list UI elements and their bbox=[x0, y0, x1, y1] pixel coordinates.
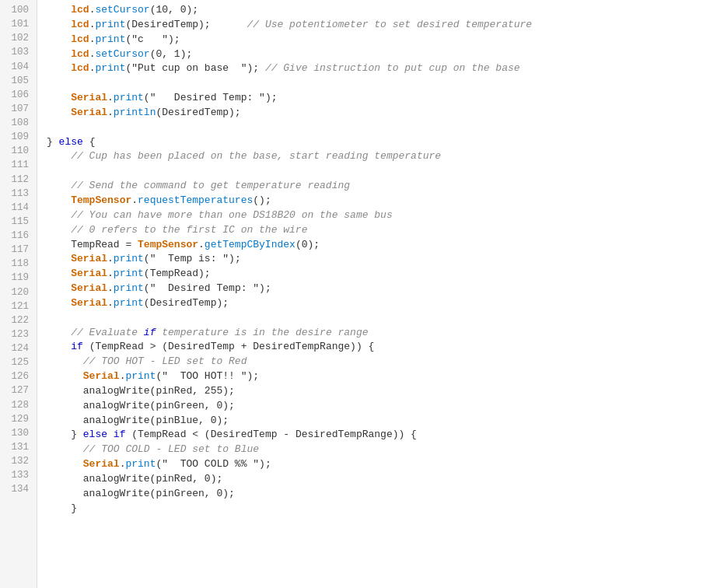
code-line: lcd.print(DesiredTemp); // Use potentiom… bbox=[47, 18, 710, 33]
line-number: 104 bbox=[0, 60, 37, 74]
code-line: analogWrite(pinBlue, 0); bbox=[47, 414, 710, 429]
code-line: // You can have more than one DS18B20 on… bbox=[47, 208, 710, 223]
line-number-gutter: 1001011021031041051061071081091101111121… bbox=[0, 0, 37, 588]
code-line: } else if (TempRead < (DesiredTemp - Des… bbox=[47, 428, 710, 443]
line-number: 110 bbox=[0, 144, 37, 158]
line-number: 118 bbox=[0, 257, 37, 271]
line-number: 133 bbox=[0, 468, 37, 482]
code-line bbox=[47, 121, 710, 135]
line-number: 130 bbox=[0, 426, 37, 440]
line-number: 117 bbox=[0, 243, 37, 257]
code-line: analogWrite(pinGreen, 0); bbox=[47, 399, 710, 414]
code-line: Serial.print(" Temp is: "); bbox=[47, 252, 710, 267]
code-line: TempRead = TempSensor.getTempCByIndex(0)… bbox=[47, 238, 710, 253]
line-number: 114 bbox=[0, 201, 37, 215]
line-number: 105 bbox=[0, 74, 37, 88]
line-number: 112 bbox=[0, 173, 37, 187]
line-number: 125 bbox=[0, 355, 37, 369]
code-line: // Cup has been placed on the base, star… bbox=[47, 149, 710, 164]
line-number: 116 bbox=[0, 229, 37, 243]
code-line bbox=[47, 76, 710, 91]
code-line: Serial.print(" Desired Temp: "); bbox=[47, 282, 710, 296]
code-line: // TOO HOT - LED set to Red bbox=[47, 355, 710, 369]
code-line: Serial.println(DesiredTemp); bbox=[47, 106, 710, 121]
code-line bbox=[47, 311, 710, 326]
line-number: 106 bbox=[0, 88, 37, 102]
code-line: // 0 refers to the first IC on the wire bbox=[47, 223, 710, 238]
line-number: 124 bbox=[0, 341, 37, 355]
line-number: 115 bbox=[0, 215, 37, 229]
line-number: 128 bbox=[0, 398, 37, 412]
line-number: 127 bbox=[0, 383, 37, 397]
code-line: lcd.setCursor(10, 0); bbox=[47, 3, 710, 18]
code-line: Serial.print(TempRead); bbox=[47, 267, 710, 282]
line-number: 103 bbox=[0, 45, 37, 59]
line-number: 102 bbox=[0, 31, 37, 45]
code-line: if (TempRead > (DesiredTemp + DesiredTem… bbox=[47, 340, 710, 355]
code-line bbox=[47, 164, 710, 179]
line-number: 109 bbox=[0, 130, 37, 144]
line-number: 111 bbox=[0, 158, 37, 172]
code-line: analogWrite(pinRed, 0); bbox=[47, 472, 710, 487]
line-number: 121 bbox=[0, 299, 37, 313]
line-number: 113 bbox=[0, 187, 37, 201]
code-line: Serial.print(" TOO HOT!! "); bbox=[47, 369, 710, 384]
line-number: 134 bbox=[0, 482, 37, 496]
line-number: 132 bbox=[0, 454, 37, 468]
line-number: 108 bbox=[0, 116, 37, 130]
code-line: lcd.setCursor(0, 1); bbox=[47, 47, 710, 62]
line-number: 120 bbox=[0, 285, 37, 299]
line-number: 126 bbox=[0, 369, 37, 383]
line-number: 119 bbox=[0, 271, 37, 285]
code-line: Serial.print(" TOO COLD %% "); bbox=[47, 457, 710, 472]
code-line: } bbox=[47, 502, 710, 516]
line-number: 100 bbox=[0, 3, 37, 17]
line-number: 129 bbox=[0, 412, 37, 426]
code-line: lcd.print("c "); bbox=[47, 33, 710, 47]
line-number: 107 bbox=[0, 102, 37, 116]
code-line: Serial.print(DesiredTemp); bbox=[47, 296, 710, 311]
line-number: 131 bbox=[0, 440, 37, 454]
code-line: TempSensor.requestTemperatures(); bbox=[47, 194, 710, 208]
line-number: 123 bbox=[0, 327, 37, 341]
code-line: } else { bbox=[47, 135, 710, 150]
code-line: // Send the command to get temperature r… bbox=[47, 179, 710, 194]
line-number: 101 bbox=[0, 17, 37, 31]
code-editor: 1001011021031041051061071081091101111121… bbox=[0, 0, 710, 588]
code-content[interactable]: lcd.setCursor(10, 0); lcd.print(DesiredT… bbox=[37, 0, 710, 588]
code-line: analogWrite(pinRed, 255); bbox=[47, 384, 710, 399]
code-line: // TOO COLD - LED set to Blue bbox=[47, 443, 710, 457]
code-line: // Evaluate if temperature is in the des… bbox=[47, 326, 710, 341]
code-line: analogWrite(pinGreen, 0); bbox=[47, 487, 710, 502]
line-number: 122 bbox=[0, 313, 37, 327]
code-line: lcd.print("Put cup on base "); // Give i… bbox=[47, 61, 710, 76]
code-line: Serial.print(" Desired Temp: "); bbox=[47, 91, 710, 106]
